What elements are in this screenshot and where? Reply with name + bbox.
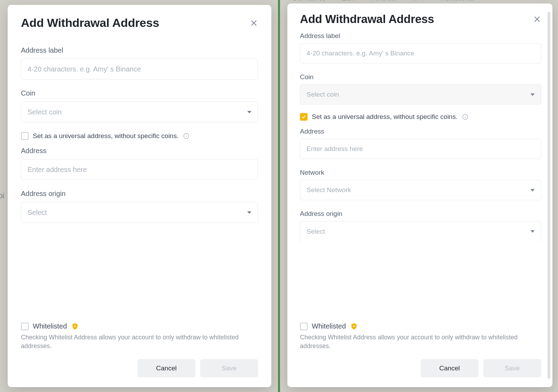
info-icon[interactable] — [462, 113, 469, 120]
network-group: Network Select Network — [300, 169, 541, 200]
address-label-group: Address label 4-20 characters. e.g. Amy'… — [300, 32, 541, 63]
close-button[interactable] — [250, 19, 258, 27]
chevron-down-icon — [530, 230, 535, 233]
whitelist-checkbox[interactable] — [21, 323, 29, 330]
universal-checkbox-label: Set as a universal address, without spec… — [33, 132, 179, 140]
shield-icon — [350, 323, 358, 330]
info-icon[interactable] — [183, 133, 190, 140]
address-label-input[interactable]: 4-20 characters. e.g. Amy' s Binance — [300, 43, 541, 63]
address-label: Address — [21, 147, 258, 155]
whitelist-checkbox[interactable] — [300, 323, 308, 330]
origin-label: Address origin — [300, 210, 541, 218]
add-withdrawal-modal: Add Withdrawal Address Address label 4-2… — [8, 5, 271, 387]
network-select[interactable]: Select Network — [300, 180, 541, 200]
shield-icon — [71, 323, 79, 330]
chevron-down-icon — [247, 211, 251, 214]
origin-group: Address origin Select — [300, 210, 541, 241]
modal-title: Add Withdrawal Address — [21, 16, 159, 30]
coin-label: Coin — [21, 89, 258, 97]
close-icon — [533, 15, 541, 23]
whitelist-help-text: Checking Whitelist Address allows your a… — [21, 333, 239, 350]
close-icon — [250, 19, 258, 27]
network-label: Network — [300, 169, 541, 176]
select-placeholder: Select Network — [307, 186, 351, 194]
select-placeholder: Select — [28, 209, 47, 217]
address-label-label: Address label — [21, 46, 258, 54]
chevron-down-icon — [530, 189, 535, 191]
address-group: Address Enter address here — [300, 128, 541, 159]
panel-divider — [278, 0, 280, 392]
nav-crumb: Derivatives — [293, 0, 326, 1]
save-button[interactable]: Save — [483, 359, 541, 377]
nav-crumb: Institutional — [440, 0, 474, 1]
input-placeholder: Enter address here — [28, 166, 87, 174]
scrollbar[interactable] — [548, 12, 550, 379]
input-placeholder: Enter address here — [307, 145, 363, 153]
universal-address-row[interactable]: Set as a universal address, without spec… — [21, 132, 258, 140]
input-placeholder: 4-20 characters. e.g. Amy' s Binance — [28, 65, 141, 73]
right-panel: Derivatives Earn Finance NFT Institution… — [279, 0, 558, 392]
select-placeholder: Select — [307, 228, 325, 235]
address-label-group: Address label 4-20 characters. e.g. Amy'… — [21, 46, 258, 80]
universal-checkbox[interactable] — [300, 113, 308, 121]
add-withdrawal-modal: Add Withdrawal Address Address label 4-2… — [287, 3, 552, 387]
whitelist-label: Whitelisted — [312, 322, 346, 330]
coin-select[interactable]: Select coin — [21, 101, 258, 122]
whitelist-help-text: Checking Whitelist Address allows your a… — [300, 333, 522, 350]
nav-crumb: Earn — [342, 0, 356, 1]
address-label: Address — [300, 128, 541, 135]
chevron-down-icon — [247, 111, 251, 113]
whitelist-row[interactable]: Whitelisted — [300, 322, 541, 330]
origin-label: Address origin — [21, 190, 258, 198]
svg-point-9 — [465, 115, 466, 116]
cancel-button[interactable]: Cancel — [137, 359, 195, 377]
origin-select[interactable]: Select — [21, 202, 258, 223]
left-panel: pe Coi Add Withdrawal Address Address la… — [0, 0, 279, 392]
coin-select: Select coin — [300, 84, 541, 105]
universal-address-row[interactable]: Set as a universal address, without spec… — [300, 113, 541, 121]
modal-title: Add Withdrawal Address — [300, 13, 434, 26]
address-input[interactable]: Enter address here — [21, 159, 258, 180]
save-button[interactable]: Save — [200, 359, 258, 377]
address-label-label: Address label — [300, 32, 541, 40]
coin-group: Coin Select coin — [21, 89, 258, 122]
universal-checkbox-label: Set as a universal address, without spec… — [312, 113, 458, 121]
select-placeholder: Select coin — [307, 91, 339, 98]
chevron-down-icon — [530, 93, 535, 96]
nav-crumb: NFT — [412, 0, 424, 1]
select-placeholder: Select coin — [28, 108, 62, 116]
nav-crumb: Finance — [372, 0, 395, 1]
close-button[interactable] — [533, 15, 541, 23]
input-placeholder: 4-20 characters. e.g. Amy' s Binance — [307, 50, 414, 57]
cancel-button[interactable]: Cancel — [421, 359, 478, 377]
address-group: Address Enter address here — [21, 147, 258, 180]
whitelist-row[interactable]: Whitelisted — [21, 322, 258, 330]
origin-group: Address origin Select — [21, 190, 258, 223]
universal-checkbox[interactable] — [21, 132, 29, 140]
check-icon — [301, 114, 306, 119]
svg-point-4 — [186, 135, 187, 135]
coin-group: Coin Select coin — [300, 73, 541, 105]
address-input[interactable]: Enter address here — [300, 139, 541, 159]
origin-select[interactable]: Select — [300, 221, 541, 241]
coin-label: Coin — [300, 73, 541, 81]
address-label-input[interactable]: 4-20 characters. e.g. Amy' s Binance — [21, 59, 258, 80]
whitelist-label: Whitelisted — [33, 322, 67, 330]
